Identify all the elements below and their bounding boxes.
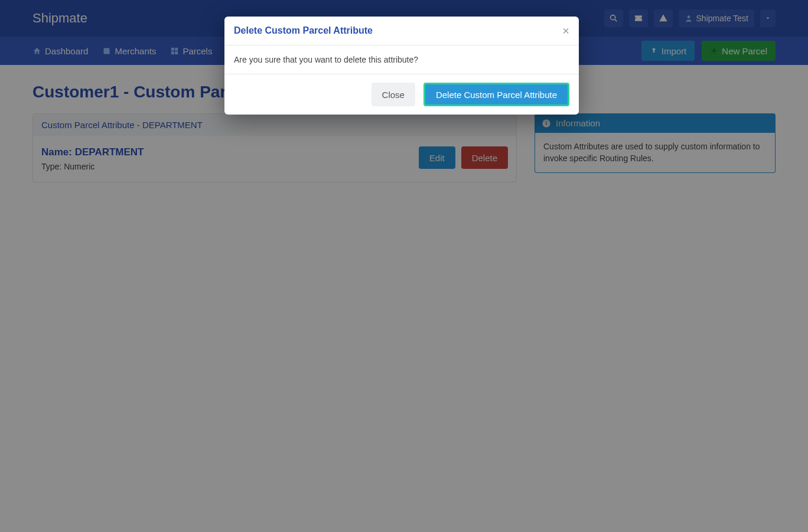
modal-close-button[interactable]: Close [372, 83, 415, 106]
delete-confirm-modal: Delete Custom Parcel Attribute × Are you… [224, 17, 579, 115]
modal-body: Are you sure that you want to delete thi… [224, 45, 579, 74]
modal-title: Delete Custom Parcel Attribute [234, 25, 373, 36]
modal-header: Delete Custom Parcel Attribute × [224, 17, 579, 45]
close-icon[interactable]: × [562, 25, 569, 37]
modal-footer: Close Delete Custom Parcel Attribute [224, 74, 579, 115]
modal-confirm-delete-button[interactable]: Delete Custom Parcel Attribute [423, 83, 569, 106]
